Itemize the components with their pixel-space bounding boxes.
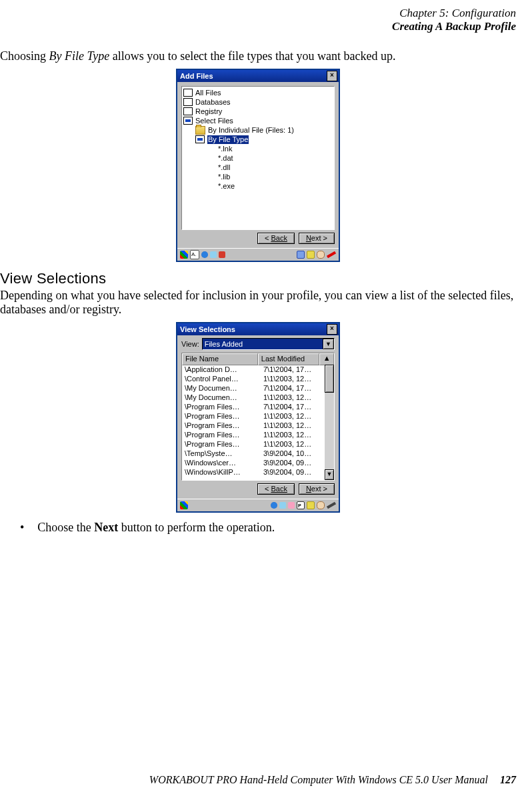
cell-lastmodified: 3\9\2004, 09… [261,459,325,468]
vertical-scrollbar[interactable]: ▼ [325,365,334,480]
close-icon[interactable]: × [327,71,337,81]
next-button[interactable]: Next > [299,233,335,244]
tree-item-by-file-type[interactable]: By File Type [183,135,333,144]
checkbox-icon[interactable] [195,135,205,143]
view-selections-dialog: View Selections × View: Files Added ▼ Fi… [176,322,340,513]
cell-lastmodified: 3\9\2004, 09… [261,468,325,477]
cell-lastmodified: 3\9\2004, 10… [261,449,325,459]
bullet-bold: Next [94,521,118,534]
globe-icon[interactable] [271,502,277,509]
cell-lastmodified: 1\1\2003, 12… [261,375,325,384]
table-row[interactable]: \Temp\Syste…3\9\2004, 10… [182,449,334,459]
dialog-title: Add Files [180,72,213,81]
bullet-post: button to perform the operation. [118,521,275,534]
close-icon[interactable]: × [327,324,337,335]
pen-icon[interactable] [327,251,336,258]
table-row[interactable]: \Program Files…1\1\2003, 12… [182,421,334,431]
cell-filename: \Temp\Syste… [182,449,261,459]
table-row[interactable]: \Program Files…1\1\2003, 12… [182,412,334,421]
table-row[interactable]: \My Documen…7\1\2004, 17… [182,384,334,393]
chapter-label: Chapter 5: Configuration [0,7,516,20]
tree-item-lnk[interactable]: *.lnk [183,144,333,153]
sync-icon[interactable] [279,502,286,509]
table-row[interactable]: \Program Files…7\1\2004, 17… [182,403,334,412]
titlebar[interactable]: View Selections × [177,323,339,335]
cell-filename: \Program Files… [182,403,261,412]
folder-icon [195,126,205,135]
table-row[interactable]: \Windows\KillP…3\9\2004, 09… [182,468,334,477]
tree-label: *.dat [218,154,233,163]
next-label: Next > [306,485,327,493]
cell-lastmodified: 1\1\2003, 12… [261,412,325,421]
taskbar [177,499,339,511]
button-row: < Back Next > [177,233,339,248]
table-row[interactable]: \Windows\cer…3\9\2004, 09… [182,459,334,468]
tree-item-lib[interactable]: *.lib [183,172,333,181]
tray-pink-icon[interactable] [288,502,295,509]
card-icon[interactable] [297,501,305,509]
col-header-filename[interactable]: File Name [182,353,258,365]
checkbox-icon[interactable] [183,107,193,115]
spacer [207,153,215,163]
titlebar[interactable]: Add Files × [177,70,339,82]
bullet-text: Choose the Next button to perform the op… [37,521,275,535]
keyboard-icon[interactable] [190,250,199,259]
tree-item-dat[interactable]: *.dat [183,153,333,163]
spacer [207,163,215,172]
bullet-pre: Choose the [37,521,94,534]
col-header-lastmod[interactable]: Last Modified [258,353,320,365]
checkbox-icon[interactable] [183,98,193,106]
checkbox-icon[interactable] [183,89,193,97]
tree-item-by-individual[interactable]: By Individual File (Files: 1) [183,125,333,135]
tree-item-exe[interactable]: *.exe [183,181,333,191]
back-button[interactable]: < Back [257,483,295,495]
table-row[interactable]: \Application D…7\1\2004, 17… [182,365,334,375]
cell-lastmodified: 7\1\2004, 17… [261,384,325,393]
section-label: Creating A Backup Profile [0,20,516,33]
tray-icon-2[interactable] [307,251,315,259]
spacer [207,172,215,181]
scroll-up-button[interactable]: ▲ [319,353,334,365]
cell-filename: \Program Files… [182,421,261,431]
scroll-down-button[interactable]: ▼ [325,469,334,480]
page-header: Chapter 5: Configuration Creating A Back… [0,0,532,33]
cell-lastmodified: 1\1\2003, 12… [261,393,325,403]
tree-item-databases[interactable]: Databases [183,97,333,107]
checkbox-icon[interactable] [183,117,193,125]
status-red-icon[interactable] [219,251,225,258]
button-row: < Back Next > [177,483,339,499]
tray-icon-3[interactable] [317,251,325,259]
cell-lastmodified: 7\1\2004, 17… [261,365,325,375]
back-label: Back [271,234,287,242]
view-combo[interactable]: Files Added ▼ [202,338,335,350]
tree-label: Databases [195,98,231,107]
table-row[interactable]: \Program Files…1\1\2003, 12… [182,440,334,449]
tray-yellow-icon[interactable] [307,501,315,509]
hand-icon[interactable] [317,501,325,509]
tree-item-select-files[interactable]: Select Files [183,116,333,125]
cell-lastmodified: 7\1\2004, 17… [261,403,325,412]
sync-icon[interactable] [210,251,217,258]
table-row[interactable]: \Control Panel…1\1\2003, 12… [182,375,334,384]
scroll-thumb[interactable] [325,365,334,393]
globe-icon[interactable] [201,251,208,258]
next-button[interactable]: Next > [299,483,335,495]
files-table: File Name Last Modified ▲ \Application D… [181,353,335,481]
tree-item-registry[interactable]: Registry [183,107,333,116]
tree-item-dll[interactable]: *.dll [183,163,333,172]
cell-lastmodified: 1\1\2003, 12… [261,440,325,449]
start-icon[interactable] [180,251,188,259]
start-icon[interactable] [180,501,188,509]
pen-icon[interactable] [327,502,336,509]
chevron-down-icon[interactable]: ▼ [323,339,334,349]
view-selections-heading: View Selections [0,270,516,287]
footer-text: WORKABOUT PRO Hand-Held Computer With Wi… [149,774,488,785]
spacer [207,144,215,153]
table-row[interactable]: \My Documen…1\1\2003, 12… [182,393,334,403]
tree-label: All Files [195,89,221,97]
tree-item-all-files[interactable]: All Files [183,88,333,97]
back-button[interactable]: < Back [257,233,295,244]
intro-emphasis: By File Type [49,49,110,63]
table-row[interactable]: \Program Files…1\1\2003, 12… [182,431,334,440]
tray-icon-1[interactable] [297,251,305,259]
